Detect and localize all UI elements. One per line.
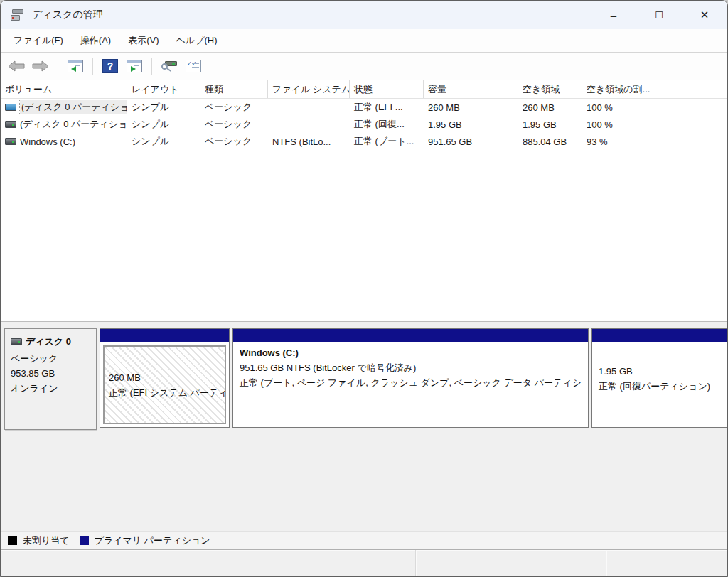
toolbar-separator [58,58,58,75]
cell-capacity: 260 MB [424,102,518,113]
column-header-type[interactable]: 種類 [200,80,268,98]
partition-color-bar [592,329,728,343]
volume-name: (ディスク 0 パーティショ... [20,100,127,114]
partition-graphic: 260 MB 正常 (EFI システム パーティ Windows (C:) 95… [100,328,728,430]
volume-list: ボリューム レイアウト 種類 ファイル システム 状態 容量 空き領域 空き領域… [1,80,727,321]
show-action-pane-icon [127,60,142,72]
status-segment [416,550,606,576]
window-title: ディスクの管理 [32,9,103,21]
cell-free-space: 1.95 GB [518,119,582,130]
cell-free-space: 260 MB [518,102,582,113]
checklist-icon: ✓✓ [186,60,201,72]
disk-0-info-panel[interactable]: ディスク 0 ベーシック 953.85 GB オンライン [4,328,97,430]
primary-partition-swatch [80,536,89,545]
volume-name: (ディスク 0 パーティショ... [20,118,127,131]
menu-view[interactable]: 表示(V) [119,31,167,50]
cell-layout: シンプル [127,135,200,148]
toolbar-separator [92,58,93,75]
toolbar: ? ✓✓ [1,53,727,80]
cell-free-percent: 100 % [582,119,663,130]
partition-recovery[interactable]: 1.95 GB 正常 (回復パーティション) [592,328,728,428]
legend-bar: 未割り当て プライマリ パーティション [1,531,727,550]
cell-layout: シンプル [127,118,200,131]
show-action-pane-button[interactable] [124,56,144,76]
cell-free-space: 885.04 GB [518,136,582,147]
toolbar-separator [151,58,152,75]
cell-filesystem: NTFS (BitLo... [268,136,350,147]
column-header-filesystem[interactable]: ファイル システム [268,80,350,98]
partition-title: Windows (C:) [240,347,582,358]
disk-status: オンライン [11,381,90,396]
cell-status: 正常 (回復... [350,118,424,131]
cell-status: 正常 (ブート... [350,135,424,148]
partition-status: 正常 (ブート, ページ ファイル, クラッシュ ダンプ, ベーシック データ … [240,375,582,390]
back-icon [8,60,25,72]
help-button[interactable]: ? [100,56,120,76]
disk-0-row: ディスク 0 ベーシック 953.85 GB オンライン 260 MB 正常 (… [4,328,725,430]
unallocated-swatch [8,536,17,545]
primary-partition-label: プライマリ パーティション [95,534,210,547]
volume-icon [5,104,16,111]
partition-color-bar [100,329,229,343]
title-bar: ディスクの管理 – ☐ ✕ [1,1,727,29]
cell-type: ベーシック [200,135,268,148]
cell-capacity: 951.65 GB [424,136,518,147]
cell-status: 正常 (EFI ... [350,101,424,114]
volume-icon [5,138,16,145]
back-button[interactable] [6,56,26,76]
show-console-tree-icon [68,60,83,72]
menu-action[interactable]: 操作(A) [72,31,119,50]
forward-button[interactable] [31,56,50,76]
unallocated-label: 未割り当て [23,534,70,547]
disk-properties-icon [161,59,178,73]
status-segment [606,550,727,576]
table-row[interactable]: (ディスク 0 パーティショ... シンプル ベーシック 正常 (EFI ...… [1,99,727,116]
table-row[interactable]: (ディスク 0 パーティショ... シンプル ベーシック 正常 (回復... 1… [1,116,727,133]
partition-size: 260 MB [109,370,220,385]
graphical-view-pane: ディスク 0 ベーシック 953.85 GB オンライン 260 MB 正常 (… [1,325,727,531]
column-header-volume[interactable]: ボリューム [1,80,127,98]
cell-free-percent: 100 % [582,102,663,113]
cell-free-percent: 93 % [582,136,663,147]
disk-properties-button[interactable] [159,56,179,76]
partition-efi[interactable]: 260 MB 正常 (EFI システム パーティ [100,328,230,428]
status-segment [1,550,416,576]
column-header-layout[interactable]: レイアウト [127,80,200,98]
disk-type: ベーシック [11,351,90,366]
column-header-filler [663,80,727,98]
partition-status: 正常 (回復パーティション) [599,379,728,394]
menu-help[interactable]: ヘルプ(H) [168,31,226,50]
column-header-status[interactable]: 状態 [350,80,424,98]
cell-type: ベーシック [200,118,268,131]
help-icon: ? [102,59,118,73]
disk-size: 953.85 GB [11,366,90,381]
partition-size: 1.95 GB [599,364,728,379]
disk-management-window: ディスクの管理 – ☐ ✕ ファイル(F) 操作(A) 表示(V) ヘルプ(H)… [0,0,728,577]
maximize-button[interactable]: ☐ [636,1,682,29]
cell-type: ベーシック [200,101,268,114]
column-header-capacity[interactable]: 容量 [424,80,518,98]
partition-color-bar [233,329,588,343]
status-bar [1,550,727,576]
checklist-button[interactable]: ✓✓ [183,56,203,76]
menu-bar: ファイル(F) 操作(A) 表示(V) ヘルプ(H) [1,29,727,53]
partition-size: 951.65 GB NTFS (BitLocker で暗号化済み) [240,360,582,375]
show-console-tree-button[interactable] [65,56,85,76]
cell-layout: シンプル [127,101,200,114]
disk-icon [11,338,22,345]
column-header-free-space[interactable]: 空き領域 [518,80,582,98]
partition-status: 正常 (EFI システム パーティ [109,385,220,400]
table-row[interactable]: Windows (C:) シンプル ベーシック NTFS (BitLo... 正… [1,133,727,150]
volume-icon [5,121,16,128]
cell-capacity: 1.95 GB [424,119,518,130]
minimize-button[interactable]: – [591,1,636,29]
volume-table-header: ボリューム レイアウト 種類 ファイル システム 状態 容量 空き領域 空き領域… [1,80,727,99]
disk-management-app-icon [11,9,25,21]
disk-name: ディスク 0 [26,335,71,348]
partition-windows-c[interactable]: Windows (C:) 951.65 GB NTFS (BitLocker で… [232,328,589,428]
column-header-free-percent[interactable]: 空き領域の割... [582,80,663,98]
forward-icon [32,60,49,72]
volume-name: Windows (C:) [20,136,75,147]
menu-file[interactable]: ファイル(F) [5,31,72,50]
close-button[interactable]: ✕ [682,1,727,29]
